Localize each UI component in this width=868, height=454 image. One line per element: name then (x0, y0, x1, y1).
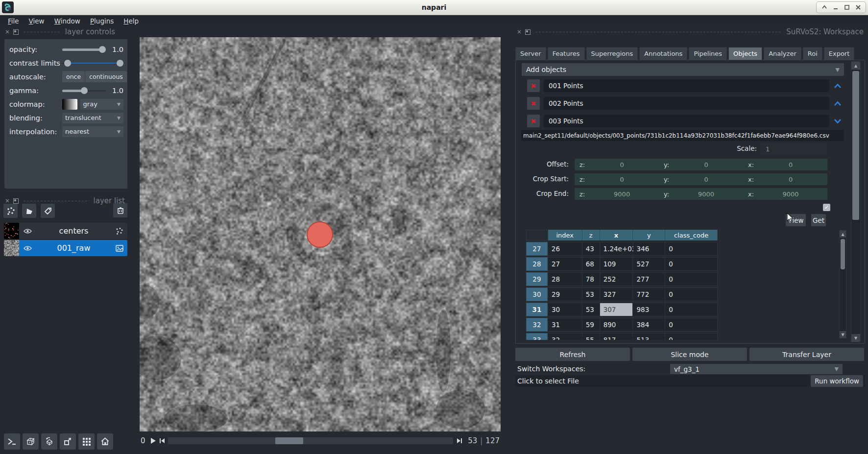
row-header-31[interactable]: 31 (526, 303, 548, 316)
panel-scrollbar[interactable]: ▲ ▼ (851, 61, 861, 342)
z-value-input[interactable]: 9000 (585, 191, 659, 198)
object-name-field[interactable]: 003 Points (544, 115, 829, 127)
play-button[interactable] (149, 437, 157, 445)
float-dock-icon[interactable] (525, 29, 530, 35)
table-cell[interactable]: 513 (633, 333, 665, 340)
z-value-input[interactable]: 0 (585, 161, 659, 168)
chevron-up-icon[interactable] (832, 101, 843, 106)
table-cell[interactable]: 55 (582, 333, 600, 340)
tab-server[interactable]: Server (515, 47, 546, 60)
close-dock-icon[interactable]: × (5, 198, 10, 204)
delete-object-button[interactable]: ✖ (527, 115, 540, 127)
table-cell[interactable]: 384 (633, 318, 665, 332)
float-dock-icon[interactable] (13, 198, 19, 204)
table-cell[interactable]: 31 (548, 318, 582, 332)
tab-features[interactable]: Features (548, 47, 585, 60)
x-value-input[interactable]: 0 (754, 161, 827, 168)
table-cell[interactable]: 0 (665, 287, 718, 301)
close-dock-icon[interactable]: × (5, 29, 10, 35)
tab-roi[interactable]: Roi (803, 47, 822, 60)
interpolation-dropdown[interactable]: nearest ▼ (62, 126, 123, 137)
table-cell[interactable]: 817 (600, 333, 633, 340)
table-cell[interactable]: 59 (582, 318, 600, 332)
table-row-30[interactable]: 3029533277720 (526, 287, 718, 301)
gamma-slider[interactable] (62, 87, 106, 94)
delete-object-button[interactable]: ✖ (527, 79, 540, 92)
home-reset-view-button[interactable] (97, 433, 113, 450)
add-objects-dropdown[interactable]: Add objects ▼ (522, 63, 844, 76)
console-button[interactable] (4, 433, 20, 450)
table-cell[interactable]: 983 (633, 303, 665, 316)
tab-pipelines[interactable]: Pipelines (689, 47, 727, 60)
transpose-dimensions-button[interactable] (60, 433, 76, 450)
x-value-input[interactable]: 9000 (754, 191, 827, 198)
table-cell[interactable]: 43 (582, 242, 600, 256)
object-name-field[interactable]: 002 Points (544, 97, 829, 110)
table-cell[interactable]: 0 (665, 303, 718, 316)
chevron-down-icon[interactable] (832, 119, 843, 124)
last-frame-button[interactable] (456, 437, 463, 445)
x-value-input[interactable]: 0 (754, 176, 827, 183)
visibility-eye-icon[interactable] (19, 228, 36, 234)
dimension-slider-track[interactable] (168, 437, 453, 444)
delete-layer-button[interactable] (113, 203, 127, 217)
menu-item-view[interactable]: View (24, 17, 49, 25)
object-file-path-field[interactable]: main2_sept11/default/objects/003_points/… (521, 130, 844, 141)
colormap-dropdown[interactable]: gray ▼ (80, 99, 123, 110)
maximize-button[interactable] (841, 2, 852, 12)
table-scrollbar[interactable]: ▲ ▼ (839, 230, 846, 338)
scroll-down-icon[interactable]: ▼ (840, 331, 846, 338)
scroll-up-icon[interactable]: ▲ (840, 231, 846, 238)
table-cell[interactable]: 252 (600, 272, 633, 286)
table-row-29[interactable]: 2928782522770 (526, 272, 718, 286)
minimize-button[interactable] (830, 2, 841, 12)
table-cell[interactable]: 772 (633, 287, 665, 301)
table-cell[interactable]: 32 (548, 333, 582, 340)
menu-item-file[interactable]: File (3, 17, 24, 25)
table-row-32[interactable]: 3231598903840 (526, 318, 718, 332)
y-value-input[interactable]: 9000 (669, 191, 743, 198)
tab-objects[interactable]: Objects (728, 47, 762, 60)
transfer-layer-button[interactable]: Transfer Layer (749, 348, 864, 361)
row-header-28[interactable]: 28 (526, 257, 548, 271)
table-cell[interactable]: 346 (633, 242, 666, 256)
blending-dropdown[interactable]: translucent ▼ (62, 113, 123, 123)
row-header-32[interactable]: 32 (526, 318, 548, 332)
scroll-up-icon[interactable]: ▲ (851, 62, 860, 70)
dimension-slider-handle[interactable] (275, 437, 303, 444)
scroll-down-icon[interactable]: ▼ (851, 334, 860, 342)
y-value-input[interactable]: 0 (669, 161, 743, 168)
table-cell[interactable]: 53 (582, 303, 600, 316)
objects-table[interactable]: indexzxyclass_code2726431.24e+0334602827… (526, 230, 718, 340)
object-name-field[interactable]: 001 Points (544, 79, 829, 92)
table-cell[interactable]: 1.24e+03 (600, 242, 633, 256)
layer-item-001_raw[interactable]: 001_raw (4, 240, 127, 256)
run-workflow-button[interactable]: Run workflow (811, 375, 863, 387)
column-header-x[interactable]: x (600, 230, 633, 240)
menu-item-window[interactable]: Window (49, 17, 85, 25)
layer-item-centers[interactable]: centers (4, 223, 127, 239)
roll-dimensions-button[interactable] (41, 433, 57, 450)
autoscale-once-button[interactable]: once (62, 71, 85, 82)
column-header-class_code[interactable]: class_code (665, 230, 718, 240)
selected-cell[interactable]: 307 (600, 303, 633, 316)
contrast-limits-slider[interactable] (62, 60, 123, 67)
row-header-30[interactable]: 30 (526, 287, 548, 301)
table-cell[interactable]: 0 (665, 333, 718, 340)
row-header-33[interactable]: 33 (526, 333, 548, 340)
table-row-31[interactable]: 3130533079830 (526, 303, 718, 316)
refresh-button[interactable]: Refresh (515, 348, 630, 361)
table-row-33[interactable]: 3332558175130 (526, 333, 718, 340)
shade-window-button[interactable] (819, 2, 830, 12)
file-select-field[interactable]: Click to select File (515, 377, 579, 385)
table-cell[interactable]: 28 (548, 272, 582, 286)
table-cell[interactable]: 327 (600, 287, 633, 301)
get-button[interactable]: Get (811, 214, 826, 226)
column-header-y[interactable]: y (633, 230, 665, 240)
viewer-canvas-area[interactable] (140, 37, 501, 431)
table-cell[interactable]: 0 (665, 257, 718, 271)
float-dock-icon[interactable] (13, 29, 19, 35)
delete-object-button[interactable]: ✖ (527, 97, 540, 110)
table-cell[interactable]: 26 (548, 242, 582, 256)
column-header-z[interactable]: z (582, 230, 600, 240)
